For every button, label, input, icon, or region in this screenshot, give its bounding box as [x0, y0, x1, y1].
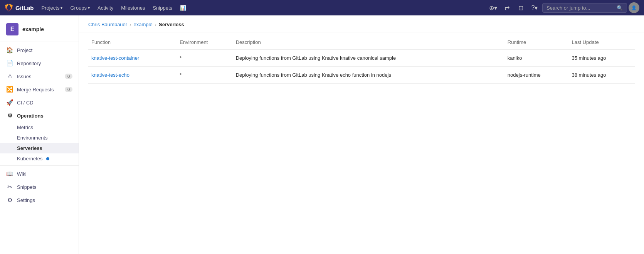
sidebar-item-snippets[interactable]: ✂ Snippets: [0, 180, 79, 193]
serverless-table-container: Function Environment Description Runtime…: [79, 35, 644, 84]
breadcrumb-project[interactable]: example: [134, 22, 153, 27]
col-function: Function: [88, 35, 177, 49]
sidebar-item-project[interactable]: 🏠 Project: [0, 44, 79, 57]
project-name: example: [22, 26, 44, 32]
sidebar-item-operations[interactable]: ⚙ Operations: [0, 109, 79, 122]
description-2: Deploying functions from GitLab using Kn…: [233, 67, 504, 84]
search-placeholder: Search or jump to...: [546, 5, 590, 11]
new-item-button[interactable]: ⊕ ▾: [487, 2, 499, 14]
chevron-down-icon: ▾: [88, 6, 90, 10]
issues-badge: 0: [65, 74, 72, 79]
last-update-1: 35 minutes ago: [569, 49, 635, 67]
table-row: knative-test-container * Deploying funct…: [88, 49, 635, 67]
sidebar-divider: [0, 42, 79, 42]
nav-snippets[interactable]: Snippets: [150, 0, 175, 15]
operations-icon: ⚙: [6, 112, 13, 119]
sidebar-item-merge-requests[interactable]: 🔀 Merge Requests 0: [0, 83, 79, 96]
user-avatar[interactable]: 👤: [629, 2, 639, 13]
search-icon: 🔍: [617, 5, 623, 11]
breadcrumb-separator: ›: [129, 22, 131, 27]
gitlab-logo-text: GitLab: [15, 5, 34, 11]
merge-requests-badge: 0: [65, 87, 72, 92]
sidebar-item-label: Repository: [17, 61, 41, 66]
snippets-icon: ✂: [6, 183, 13, 190]
sidebar-item-label: Issues: [17, 74, 32, 79]
breadcrumb-separator: ›: [155, 22, 156, 27]
sidebar-sub-environments[interactable]: Environments: [0, 133, 79, 143]
merge-requests-icon[interactable]: ⇄: [501, 2, 513, 14]
home-icon: 🏠: [6, 47, 13, 54]
breadcrumb-user[interactable]: Chris Baumbauer: [88, 22, 127, 27]
issues-icon: ⚠: [6, 73, 13, 80]
nav-activity[interactable]: Activity: [94, 0, 116, 15]
ci-cd-icon: 🚀: [6, 99, 13, 106]
sidebar-item-label: Operations: [17, 113, 44, 119]
sidebar-item-repository[interactable]: 📄 Repository: [0, 57, 79, 70]
sidebar-item-label: Snippets: [17, 184, 37, 190]
sidebar-item-label: Settings: [17, 197, 35, 203]
breadcrumb: Chris Baumbauer › example › Serverless: [79, 15, 644, 32]
chevron-down-icon: ▾: [535, 4, 538, 12]
sidebar-item-label: Merge Requests: [17, 87, 54, 93]
merge-requests-icon: 🔀: [6, 86, 13, 93]
sidebar-item-wiki[interactable]: 📖 Wiki: [0, 167, 79, 180]
col-runtime: Runtime: [504, 35, 569, 49]
sidebar-item-ci-cd[interactable]: 🚀 CI / CD: [0, 96, 79, 109]
sidebar-item-label: Project: [17, 47, 32, 53]
serverless-table: Function Environment Description Runtime…: [88, 35, 635, 84]
sidebar-item-settings[interactable]: ⚙ Settings: [0, 193, 79, 207]
sidebar-item-issues[interactable]: ⚠ Issues 0: [0, 70, 79, 83]
sidebar-divider-2: [0, 165, 79, 166]
runtime-2: nodejs-runtime: [504, 67, 569, 84]
last-update-2: 38 minutes ago: [569, 67, 635, 84]
main-content: Chris Baumbauer › example › Serverless F…: [79, 15, 644, 254]
chevron-down-icon: ▾: [494, 4, 497, 12]
nav-chart[interactable]: 📊: [177, 0, 189, 15]
description-1: Deploying functions from GitLab using Kn…: [233, 49, 504, 67]
col-environment: Environment: [177, 35, 232, 49]
sidebar-sub-serverless[interactable]: Serverless: [0, 143, 79, 153]
function-link-2[interactable]: knative-test-echo: [91, 72, 129, 78]
nav-groups[interactable]: Groups ▾: [67, 0, 93, 15]
help-button[interactable]: ? ▾: [528, 2, 541, 14]
sidebar-item-label: CI / CD: [17, 100, 34, 106]
gitlab-logo[interactable]: GitLab: [5, 3, 34, 12]
search-bar[interactable]: Search or jump to... 🔍: [542, 3, 627, 13]
environment-1: *: [177, 49, 232, 67]
nav-milestones[interactable]: Milestones: [118, 0, 148, 15]
kubernetes-status-dot: [46, 157, 49, 160]
environment-2: *: [177, 67, 232, 84]
top-navigation: GitLab Projects ▾ Groups ▾ Activity Mile…: [0, 0, 644, 15]
project-header[interactable]: E example: [0, 19, 79, 40]
sidebar: E example 🏠 Project 📄 Repository ⚠ Issue…: [0, 15, 79, 254]
col-description: Description: [233, 35, 504, 49]
project-avatar: E: [6, 23, 18, 35]
wiki-icon: 📖: [6, 170, 13, 177]
breadcrumb-current: Serverless: [159, 22, 184, 27]
chevron-down-icon: ▾: [61, 6, 62, 10]
issues-icon[interactable]: ⊡: [515, 2, 527, 14]
sidebar-sub-kubernetes[interactable]: Kubernetes: [0, 153, 79, 164]
sidebar-item-label: Wiki: [17, 171, 27, 177]
nav-projects[interactable]: Projects ▾: [39, 0, 66, 15]
sidebar-sub-metrics[interactable]: Metrics: [0, 122, 79, 133]
repository-icon: 📄: [6, 60, 13, 67]
col-last-update: Last Update: [569, 35, 635, 49]
settings-icon: ⚙: [6, 197, 13, 204]
runtime-1: kaniko: [504, 49, 569, 67]
table-row: knative-test-echo * Deploying functions …: [88, 67, 635, 84]
function-link-1[interactable]: knative-test-container: [91, 55, 139, 61]
